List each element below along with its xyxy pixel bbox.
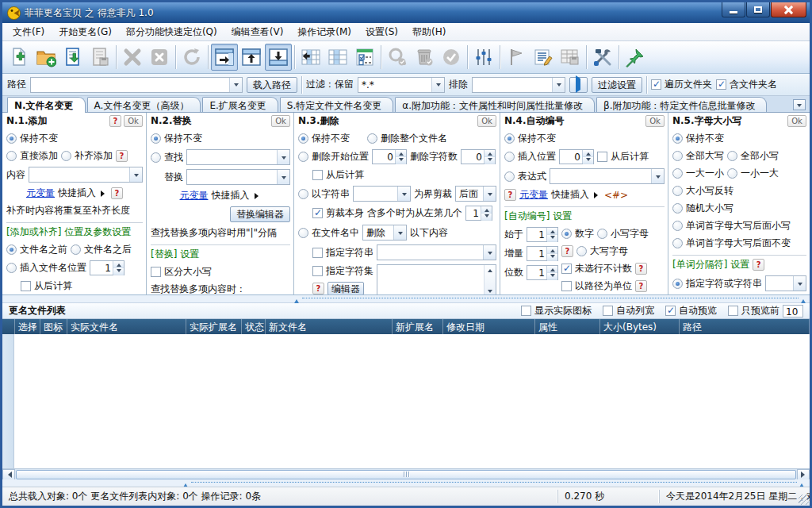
minimize-button[interactable] [722, 2, 745, 17]
radio-numeric[interactable] [561, 229, 572, 239]
radio-by-string[interactable] [298, 189, 308, 199]
menu-operation-log[interactable]: 操作记录(M) [290, 23, 358, 41]
scrollbar-thumb[interactable] [16, 470, 796, 479]
column-modified-date[interactable]: 修改日期 [443, 319, 535, 334]
option-keep[interactable]: 保持不变 [504, 132, 665, 145]
path-dropdown-arrow[interactable] [229, 78, 242, 92]
new-file-button[interactable] [6, 44, 33, 71]
radio[interactable] [672, 133, 683, 144]
radio-direct-add[interactable] [6, 151, 17, 161]
tab-filename-change[interactable]: N.文件名变更 [7, 97, 86, 113]
radio-before-name[interactable] [6, 244, 17, 255]
radio[interactable] [504, 133, 515, 144]
file-table-vertical-scrollbar[interactable] [2, 334, 14, 468]
ok-button[interactable]: Ok [787, 115, 806, 127]
column-real-filename[interactable]: 实际文件名 [67, 319, 186, 334]
panel-right-toggle[interactable] [211, 44, 238, 71]
tab-specific-filename-change[interactable]: S.特定文件文件名变更 [280, 97, 393, 112]
file-table-horizontal-scrollbar[interactable] [2, 468, 810, 479]
menu-edit-view[interactable]: 编辑查看(V) [224, 23, 291, 41]
help-button[interactable]: ? [504, 189, 516, 201]
column-select[interactable]: 选择 [15, 319, 40, 334]
auto-width-option[interactable]: 自动列宽 [603, 304, 654, 318]
menu-quick-locate[interactable]: 部分功能快速定位(Q) [119, 23, 224, 41]
radio-cap-first-keep[interactable] [672, 238, 683, 248]
traverse-folders-option[interactable]: 遍历文件夹 [651, 78, 712, 91]
auto-preview-option[interactable]: 自动预览 [665, 304, 717, 318]
ok-button[interactable]: Ok [271, 115, 290, 127]
tab-fileinfo-batch[interactable]: β.附加功能：特定文件信息批量修改 [596, 97, 767, 112]
increment-spinner[interactable]: 1 [527, 246, 558, 261]
expression-combobox[interactable] [550, 168, 665, 184]
column-attributes[interactable]: 属性 [535, 319, 600, 334]
metavar-link[interactable]: 元变量 [519, 188, 548, 202]
tools-button[interactable] [589, 44, 616, 71]
charset-textarea[interactable] [377, 264, 496, 294]
show-icons-checkbox[interactable] [521, 306, 531, 316]
preview-count-input[interactable]: 10 [783, 305, 803, 318]
separator-combobox[interactable] [765, 275, 806, 291]
metavar-link[interactable]: 元变量 [180, 189, 209, 202]
apply-filter-button[interactable] [569, 77, 588, 93]
include-folder-name-checkbox[interactable] [716, 79, 726, 90]
radio-expression[interactable] [504, 171, 515, 182]
expand-arrow-icon[interactable] [255, 193, 262, 199]
maximize-button[interactable] [746, 2, 770, 17]
exclude-combobox[interactable] [472, 77, 565, 93]
radio-all-lower[interactable] [727, 151, 737, 161]
panels-horizontal-scrollbar[interactable] [2, 295, 810, 303]
load-path-button[interactable]: 载入路径 [247, 77, 297, 93]
from-end-checkbox[interactable] [597, 152, 607, 162]
scroll-right-button[interactable] [797, 469, 810, 480]
per-path-checkbox[interactable] [561, 281, 572, 291]
option-keep[interactable]: 保持不变 [6, 132, 143, 145]
content-combobox[interactable] [29, 167, 143, 183]
radio-find[interactable] [151, 152, 161, 163]
grid-columns-button[interactable] [324, 44, 351, 71]
delete-count-spinner[interactable]: 0 [461, 149, 496, 164]
radio-in-filename[interactable] [298, 228, 308, 238]
nth-occurrence-spinner[interactable]: 1 [465, 206, 492, 221]
column-new-filename[interactable]: 新文件名 [266, 319, 393, 334]
column-real-extension[interactable]: 实际扩展名 [186, 319, 242, 334]
menu-settings[interactable]: 设置(S) [358, 23, 405, 41]
auto-preview-checkbox[interactable] [665, 306, 676, 316]
scroll-arrow-icon[interactable] [801, 297, 806, 303]
pushpin-button[interactable] [622, 44, 649, 71]
filter-settings-button[interactable]: 过滤设置 [592, 77, 642, 93]
replace-combobox[interactable] [186, 169, 290, 185]
radio-pad-add[interactable] [61, 151, 71, 161]
radio-all-upper[interactable] [672, 151, 683, 161]
exclude-dropdown-arrow[interactable] [552, 78, 565, 92]
spec-charset-checkbox[interactable] [312, 266, 323, 276]
start-spinner[interactable]: 1 [527, 227, 558, 242]
include-folder-name-option[interactable]: 含文件夹名 [716, 78, 777, 91]
sliders-button[interactable] [470, 44, 497, 71]
grid-left-button[interactable] [297, 44, 324, 71]
scroll-arrow-icon[interactable] [294, 297, 299, 303]
charset-editor-button[interactable]: 编辑器 [327, 282, 364, 294]
trim-self-checkbox[interactable] [312, 208, 323, 218]
traverse-folders-checkbox[interactable] [651, 79, 661, 90]
column-status[interactable]: 状态 [242, 319, 266, 334]
spec-string-checkbox[interactable] [312, 248, 323, 258]
show-icons-option[interactable]: 显示实际图标 [521, 304, 592, 318]
radio-delete-whole[interactable] [367, 133, 377, 144]
title-bar[interactable]: 菲菲更名宝贝 之 得意非凡 1.0 [2, 2, 810, 23]
digits-spinner[interactable]: 1 [527, 265, 558, 280]
column-new-extension[interactable]: 新扩展名 [393, 319, 443, 334]
panel-down-toggle[interactable] [265, 44, 292, 71]
expand-arrow-icon[interactable] [101, 190, 108, 197]
expand-arrow-icon[interactable] [594, 192, 601, 198]
path-combobox[interactable] [30, 77, 243, 93]
find-combobox[interactable] [186, 149, 290, 165]
ok-button[interactable]: Ok [645, 115, 665, 127]
help-button[interactable]: ? [312, 283, 324, 294]
trim-side-dropdown[interactable]: 后面 [455, 186, 496, 202]
radio-lowercase[interactable] [597, 229, 607, 239]
help-button[interactable]: ? [635, 280, 647, 292]
filter-dropdown-arrow[interactable] [431, 78, 444, 92]
help-button[interactable]: ? [635, 263, 647, 275]
radio[interactable] [151, 133, 161, 144]
add-folder-button[interactable] [33, 44, 59, 71]
